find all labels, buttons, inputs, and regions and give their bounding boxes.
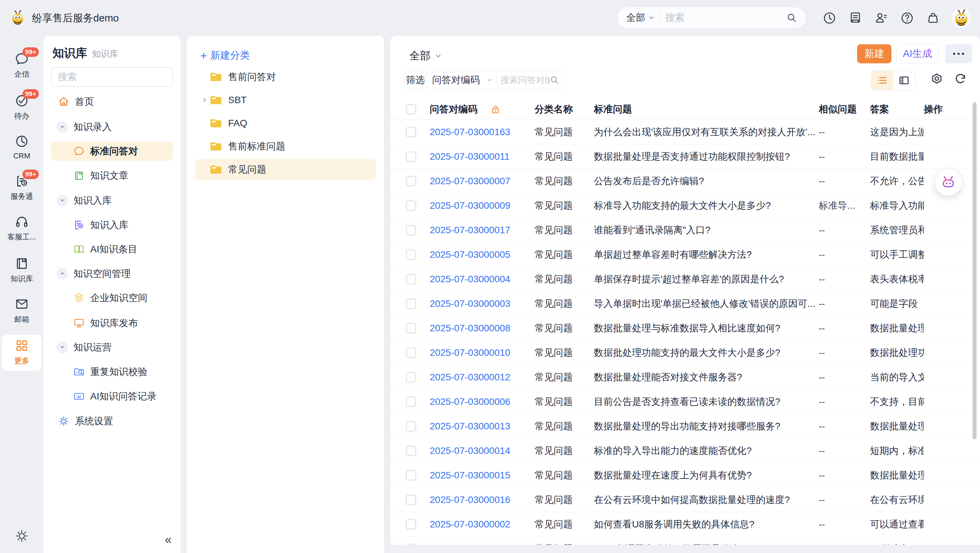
row-checkbox[interactable]: [406, 372, 416, 382]
sidebar-item-crm[interactable]: CRM: [0, 134, 44, 160]
qa-code-link[interactable]: 2025-07-03000013: [430, 421, 511, 432]
row-checkbox[interactable]: [406, 299, 416, 309]
user-avatar[interactable]: [951, 8, 971, 28]
nav-group-knowledge-entry[interactable]: 知识录入: [51, 118, 173, 137]
nav-item-ai-knowledge-entries[interactable]: AI知识条目: [51, 240, 173, 259]
filter-button[interactable]: 筛选: [404, 70, 427, 89]
qa-code-link[interactable]: 2025-07-03000163: [430, 127, 511, 138]
kb-nav-search[interactable]: [51, 67, 173, 87]
qa-code-link[interactable]: 2025-07-03000004: [430, 274, 511, 284]
nav-group-space-management[interactable]: 知识空间管理: [51, 264, 173, 283]
column-header-category[interactable]: 分类名称: [535, 103, 594, 116]
ai-generate-button[interactable]: AI生成: [896, 44, 939, 64]
nav-group-knowledge-intake[interactable]: 知识入库: [51, 191, 173, 210]
nav-item-kb-publish[interactable]: 知识库发布: [51, 314, 173, 333]
nav-group-knowledge-operation[interactable]: 知识运营: [51, 338, 173, 357]
qa-code-link[interactable]: 2025-07-03000014: [430, 445, 511, 456]
gear-icon: [58, 415, 70, 427]
row-checkbox[interactable]: [406, 519, 416, 529]
global-search-scope-dropdown[interactable]: 全部: [626, 11, 655, 24]
nav-item-system-settings[interactable]: 系统设置: [51, 412, 173, 431]
sidebar-item-todo[interactable]: 99+ 待办: [0, 93, 44, 121]
row-checkbox[interactable]: [406, 421, 416, 431]
folder-item-faq[interactable]: FAQ: [195, 113, 376, 134]
approval-doc-icon[interactable]: [848, 11, 863, 25]
row-checkbox[interactable]: [406, 200, 416, 211]
row-checkbox[interactable]: [406, 151, 416, 162]
contacts-icon[interactable]: [874, 11, 889, 25]
global-search-input[interactable]: [665, 12, 786, 23]
qa-code-link[interactable]: 2025-07-03000010: [430, 347, 511, 358]
sidebar-item-qixin[interactable]: 99+ 企信: [0, 51, 44, 79]
qa-code-link[interactable]: 2025-07-03000011: [430, 151, 510, 162]
row-checkbox[interactable]: [406, 470, 416, 480]
column-header-question[interactable]: 标准问题: [594, 103, 819, 116]
sidebar-item-fuwutong[interactable]: 99+ 服务通: [0, 174, 44, 202]
collapse-panel-button[interactable]: «: [165, 532, 172, 547]
nav-item-ai-qa-records[interactable]: AI AI知识问答记录: [51, 387, 173, 406]
column-header-actions[interactable]: 操作: [924, 103, 980, 116]
row-checkbox[interactable]: [406, 127, 416, 137]
row-checkbox[interactable]: [406, 397, 416, 407]
sidebar-item-zhishiku[interactable]: 知识库: [0, 256, 44, 284]
search-icon[interactable]: [550, 75, 559, 85]
row-checkbox[interactable]: [406, 323, 416, 334]
qa-code-search[interactable]: 问答对编码: [425, 70, 566, 89]
kb-nav-search-input[interactable]: [58, 72, 166, 83]
nav-item-knowledge-intake[interactable]: 知识入库: [51, 216, 173, 235]
sidebar-item-kefu[interactable]: 客服工...: [0, 214, 44, 242]
row-checkbox[interactable]: [406, 446, 416, 456]
settings-gear-icon[interactable]: [0, 529, 44, 543]
clock-icon[interactable]: [822, 11, 837, 25]
folder-item-presale-qa[interactable]: 售前问答对: [195, 67, 376, 87]
qa-code-link[interactable]: 2025-07-03000003: [430, 298, 511, 309]
bag-icon[interactable]: [926, 11, 940, 25]
column-header-similar[interactable]: 相似问题: [819, 103, 870, 116]
qa-code-link[interactable]: 2025-07-03000012: [430, 372, 511, 383]
row-checkbox[interactable]: [406, 274, 416, 284]
qa-code-link[interactable]: 2025-07-03000009: [430, 200, 511, 211]
folder-item-presale-standard[interactable]: 售前标准问题: [195, 136, 376, 157]
qa-code-link[interactable]: 2025-07-03000008: [430, 323, 511, 334]
row-checkbox[interactable]: [406, 249, 416, 260]
search-icon[interactable]: [786, 12, 797, 23]
row-checkbox[interactable]: [406, 348, 416, 358]
folder-item-sbt[interactable]: SBT: [195, 89, 376, 111]
nav-item-standard-qa[interactable]: 标准问答对: [51, 141, 173, 161]
column-header-answer[interactable]: 答案: [870, 103, 924, 116]
qa-code-link[interactable]: 2025-07-03000005: [430, 249, 511, 260]
field-settings-button[interactable]: [930, 73, 943, 86]
qa-code-link[interactable]: 2025-07-03000017: [430, 225, 511, 236]
list-view-button[interactable]: [871, 71, 893, 90]
nav-item-enterprise-space[interactable]: 企业知识空间: [51, 288, 173, 307]
horizontal-scrollbar-track[interactable]: [390, 545, 980, 553]
sidebar-item-mail[interactable]: 邮箱: [0, 297, 44, 324]
nav-item-home[interactable]: 首页: [51, 92, 173, 111]
vertical-scrollbar-thumb[interactable]: [972, 102, 977, 439]
more-actions-button[interactable]: [945, 44, 972, 64]
global-search[interactable]: 全部: [617, 7, 807, 29]
qa-code-link[interactable]: 2025-07-03000002: [430, 519, 511, 530]
sidebar-item-more[interactable]: 更多: [0, 338, 44, 366]
select-all-checkbox[interactable]: [406, 104, 416, 114]
search-field-dropdown[interactable]: 问答对编码: [432, 73, 493, 86]
help-icon[interactable]: [900, 11, 915, 25]
nav-item-duplicate-check[interactable]: 重复知识校验: [51, 362, 173, 381]
board-view-button[interactable]: [893, 71, 915, 90]
refresh-button[interactable]: [954, 73, 967, 86]
new-category-button[interactable]: + 新建分类: [200, 49, 250, 62]
qa-code-link[interactable]: 2025-07-03000006: [430, 396, 511, 407]
qa-code-link[interactable]: 2025-07-03000016: [430, 494, 511, 505]
column-header-qa-code[interactable]: 问答对编码: [430, 103, 477, 116]
scope-dropdown[interactable]: 全部: [409, 49, 442, 63]
nav-item-knowledge-article[interactable]: 知识文章: [51, 166, 173, 185]
qa-code-link[interactable]: 2025-07-03000015: [430, 470, 511, 481]
qa-code-link[interactable]: 2025-07-03000007: [430, 176, 511, 187]
ai-assistant-floating-button[interactable]: [935, 169, 962, 196]
row-checkbox[interactable]: [406, 176, 416, 186]
row-checkbox[interactable]: [406, 225, 416, 235]
new-button[interactable]: 新建: [857, 44, 891, 64]
folder-item-common-questions[interactable]: 常见问题: [195, 159, 376, 180]
row-checkbox[interactable]: [406, 495, 416, 505]
qa-code-search-input[interactable]: [501, 75, 550, 86]
